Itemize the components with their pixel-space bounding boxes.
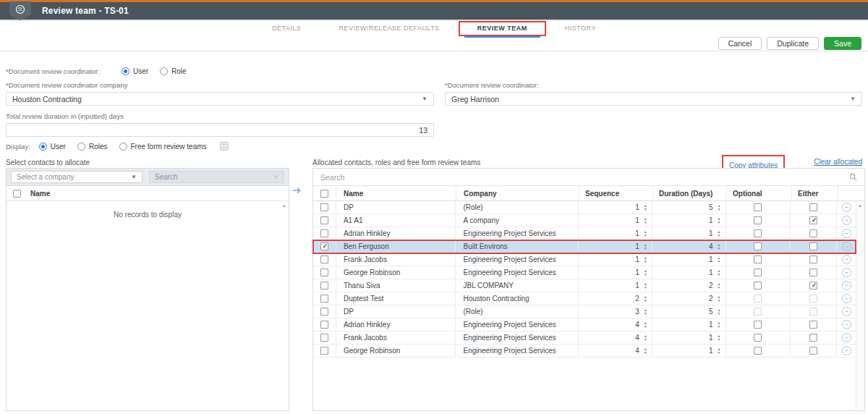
- either-checkbox[interactable]: [809, 334, 817, 342]
- row-select-checkbox[interactable]: [320, 216, 328, 224]
- step-down-icon[interactable]: ▼: [718, 286, 721, 290]
- either-checkbox[interactable]: [809, 229, 817, 237]
- remove-icon[interactable]: [842, 255, 851, 264]
- remove-icon[interactable]: [842, 346, 851, 355]
- step-down-icon[interactable]: ▼: [718, 260, 721, 263]
- sequence-stepper[interactable]: ▲▼: [644, 256, 647, 263]
- company-filter-select[interactable]: Select a company ▼: [11, 171, 142, 183]
- optional-checkbox[interactable]: [754, 347, 762, 355]
- sequence-stepper[interactable]: ▲▼: [644, 295, 647, 302]
- tab-details[interactable]: DETAILS: [253, 21, 320, 36]
- either-checkbox[interactable]: [809, 347, 817, 355]
- cancel-button[interactable]: Cancel: [718, 37, 762, 50]
- step-down-icon[interactable]: ▼: [644, 208, 647, 211]
- tab-review-release-defaults[interactable]: REVIEW/RELEASE DEFAULTS: [320, 21, 458, 36]
- step-down-icon[interactable]: ▼: [718, 351, 721, 355]
- optional-checkbox[interactable]: [754, 282, 762, 290]
- optional-checkbox[interactable]: [754, 269, 762, 276]
- radio-role[interactable]: Role: [160, 67, 187, 75]
- remove-icon[interactable]: [842, 268, 851, 277]
- remove-icon[interactable]: [842, 307, 851, 316]
- row-select-checkbox[interactable]: [320, 229, 328, 237]
- remove-icon[interactable]: [842, 229, 851, 238]
- duration-stepper[interactable]: ▲▼: [718, 308, 721, 315]
- either-checkbox[interactable]: [809, 242, 817, 250]
- step-down-icon[interactable]: ▼: [718, 234, 721, 237]
- table-row[interactable]: George Robinson Engineering Project Serv…: [313, 266, 856, 279]
- optional-checkbox[interactable]: [754, 334, 762, 342]
- duration-stepper[interactable]: ▲▼: [718, 243, 721, 250]
- row-select-checkbox[interactable]: [320, 347, 328, 355]
- step-down-icon[interactable]: ▼: [644, 338, 647, 342]
- step-down-icon[interactable]: ▼: [718, 247, 721, 250]
- duration-stepper[interactable]: ▲▼: [718, 217, 721, 224]
- sequence-stepper[interactable]: ▲▼: [644, 269, 647, 276]
- step-down-icon[interactable]: ▼: [644, 273, 647, 276]
- sequence-stepper[interactable]: ▲▼: [644, 347, 647, 354]
- sequence-stepper[interactable]: ▲▼: [644, 282, 647, 289]
- row-select-checkbox[interactable]: [320, 203, 328, 211]
- table-row[interactable]: Thanu Siva JBL COMPANY 1 ▲▼ 2 ▲▼: [313, 279, 856, 292]
- remove-icon[interactable]: [842, 203, 851, 212]
- row-select-checkbox[interactable]: [320, 308, 328, 316]
- contacts-search-input[interactable]: Search ✕: [149, 171, 284, 183]
- tab-history[interactable]: HISTORY: [546, 21, 615, 36]
- table-row[interactable]: George Robinson Engineering Project Serv…: [313, 345, 856, 358]
- table-row[interactable]: DP (Role) 1 ▲▼ 5 ▲▼: [313, 201, 856, 214]
- duration-stepper[interactable]: ▲▼: [718, 269, 721, 276]
- duration-stepper[interactable]: ▲▼: [718, 230, 721, 237]
- table-row[interactable]: DP (Role) 3 ▲▼ 5 ▲▼: [313, 305, 856, 318]
- sequence-stepper[interactable]: ▲▼: [644, 204, 647, 211]
- tab-review-team[interactable]: REVIEW TEAM: [459, 21, 546, 36]
- optional-checkbox[interactable]: [754, 321, 762, 329]
- table-row[interactable]: A1 A1 A company 1 ▲▼ 1 ▲▼: [313, 214, 856, 227]
- table-row[interactable]: Frank Jacobs Engineering Project Service…: [313, 331, 856, 345]
- either-checkbox[interactable]: [809, 282, 817, 290]
- table-row[interactable]: Adrian Hinkley Engineering Project Servi…: [313, 227, 856, 240]
- coordinator-company-select[interactable]: Houston Contracting ▼: [6, 92, 434, 106]
- scroll-up-icon[interactable]: ▲: [858, 203, 862, 208]
- row-select-checkbox[interactable]: [320, 269, 328, 276]
- vertical-scrollbar[interactable]: ▲: [856, 201, 864, 410]
- step-down-icon[interactable]: ▼: [644, 312, 647, 316]
- sequence-stepper[interactable]: ▲▼: [644, 321, 647, 328]
- select-all-allocated-checkbox[interactable]: [320, 190, 328, 198]
- step-down-icon[interactable]: ▼: [644, 260, 647, 263]
- radio-free-form-review-teams[interactable]: Free form review teams: [119, 143, 207, 151]
- step-down-icon[interactable]: ▼: [718, 221, 721, 224]
- table-row[interactable]: Duptest Test Houston Contracting 2 ▲▼ 2 …: [313, 292, 856, 305]
- table-row[interactable]: Frank Jacobs Engineering Project Service…: [313, 253, 856, 266]
- remove-icon[interactable]: [842, 281, 851, 290]
- remove-icon[interactable]: [842, 294, 851, 303]
- either-checkbox[interactable]: [809, 255, 817, 263]
- either-checkbox[interactable]: [809, 216, 817, 224]
- optional-checkbox[interactable]: [754, 255, 762, 263]
- coordinator-select[interactable]: Greg Harrison ▼: [445, 92, 862, 106]
- row-select-checkbox[interactable]: [320, 321, 328, 329]
- duration-stepper[interactable]: ▲▼: [718, 282, 721, 289]
- step-down-icon[interactable]: ▼: [718, 325, 721, 329]
- duplicate-button[interactable]: Duplicate: [767, 37, 819, 50]
- row-select-checkbox[interactable]: [320, 255, 328, 263]
- table-row[interactable]: Adrian Hinkley Engineering Project Servi…: [313, 318, 856, 331]
- row-select-checkbox[interactable]: [320, 282, 328, 290]
- radio-roles[interactable]: Roles: [77, 143, 108, 151]
- step-down-icon[interactable]: ▼: [644, 247, 647, 250]
- scroll-up-icon[interactable]: ▲: [282, 203, 286, 208]
- allocated-search-input[interactable]: Search: [313, 169, 864, 186]
- duration-stepper[interactable]: ▲▼: [718, 204, 721, 211]
- duration-stepper[interactable]: ▲▼: [718, 256, 721, 263]
- either-checkbox[interactable]: [809, 269, 817, 276]
- step-down-icon[interactable]: ▼: [644, 286, 647, 290]
- either-checkbox[interactable]: [809, 321, 817, 329]
- remove-icon[interactable]: [842, 333, 851, 342]
- step-down-icon[interactable]: ▼: [644, 325, 647, 329]
- optional-checkbox[interactable]: [754, 216, 762, 224]
- step-down-icon[interactable]: ▼: [718, 299, 721, 303]
- row-select-checkbox[interactable]: [320, 242, 328, 250]
- step-down-icon[interactable]: ▼: [718, 273, 721, 276]
- sequence-stepper[interactable]: ▲▼: [644, 243, 647, 250]
- sequence-stepper[interactable]: ▲▼: [644, 230, 647, 237]
- duration-stepper[interactable]: ▲▼: [718, 295, 721, 302]
- duration-stepper[interactable]: ▲▼: [718, 334, 721, 341]
